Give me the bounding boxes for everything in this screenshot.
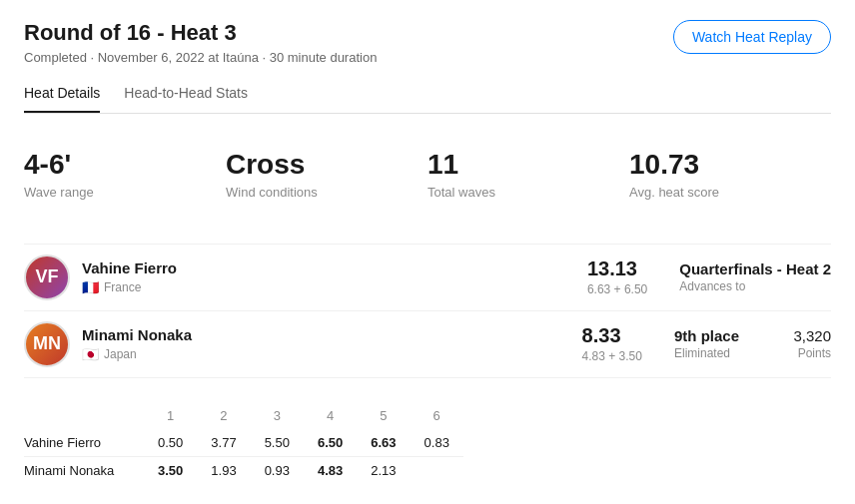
- surfer-name-vahine: Vahine Fierro: [82, 259, 587, 276]
- surfer-score-section-minami: 8.33 4.83 + 3.50 9th place Eliminated 3,…: [582, 324, 831, 363]
- surfers-section: VF Vahine Fierro 🇫🇷 France 13.13 6.63 + …: [24, 244, 831, 378]
- surfer-score-section-vahine: 13.13 6.63 + 6.50 Quarterfinals - Heat 2…: [587, 257, 831, 296]
- table-cell-1-0: 3.50: [144, 456, 197, 484]
- total-score-minami: 8.33: [582, 324, 642, 347]
- stat-avg-heat-score: 10.73 Avg. heat score: [629, 150, 831, 200]
- table-cell-1-1: 1.93: [197, 456, 250, 484]
- table-cell-1-3: 4.83: [304, 456, 357, 484]
- table-cell-0-1: 3.77: [197, 429, 250, 457]
- flag-japan: 🇯🇵: [82, 346, 99, 362]
- surfer-info-minami: Minami Nonaka 🇯🇵 Japan: [82, 326, 582, 362]
- stats-row: 4-6' Wave range Cross Wind conditions 11…: [24, 134, 831, 216]
- result-label-vahine: Quarterfinals - Heat 2: [679, 260, 831, 277]
- surfer-name-minami: Minami Nonaka: [82, 326, 582, 343]
- score-block-minami: 8.33 4.83 + 3.50: [582, 324, 642, 363]
- table-row-0-label: Vahine Fierro: [24, 429, 144, 457]
- points-label-minami: Points: [771, 346, 831, 360]
- stat-total-waves: 11 Total waves: [428, 150, 629, 200]
- wave-scores-minami: 4.83 + 3.50: [582, 349, 642, 363]
- table-cell-0-5: 0.83: [411, 429, 463, 457]
- col-header-5: 5: [357, 402, 410, 429]
- wave-table: 1 2 3 4 5 6 Vahine Fierro0.503.775.506.5…: [24, 402, 831, 484]
- avatar-minami: MN: [24, 321, 70, 367]
- stat-avg-heat-score-value: 10.73: [629, 150, 811, 181]
- avatar-vahine: VF: [24, 254, 70, 300]
- col-header-2: 2: [197, 402, 250, 429]
- table-cell-0-3: 6.50: [304, 429, 357, 457]
- stat-wind-label: Wind conditions: [226, 185, 408, 200]
- watch-replay-button[interactable]: Watch Heat Replay: [673, 20, 831, 54]
- table-row-1-label: Minami Nonaka: [24, 456, 144, 484]
- surfer-info-vahine: Vahine Fierro 🇫🇷 France: [82, 259, 587, 295]
- tab-head-to-head[interactable]: Head-to-Head Stats: [124, 85, 248, 113]
- col-header-3: 3: [251, 402, 304, 429]
- wave-scores-table: 1 2 3 4 5 6 Vahine Fierro0.503.775.506.5…: [24, 402, 463, 484]
- table-cell-0-0: 0.50: [144, 429, 197, 457]
- table-cell-1-4: 2.13: [357, 456, 410, 484]
- table-header-row: 1 2 3 4 5 6: [24, 402, 463, 429]
- stat-wind-value: Cross: [226, 150, 408, 181]
- result-sub-vahine: Advances to: [679, 279, 831, 293]
- points-value-minami: 3,320: [771, 327, 831, 344]
- result-block-vahine: Quarterfinals - Heat 2 Advances to: [679, 260, 831, 293]
- surfer-row-minami: MN Minami Nonaka 🇯🇵 Japan 8.33 4.83 + 3.…: [24, 311, 831, 378]
- col-header-6: 6: [411, 402, 463, 429]
- col-header-4: 4: [304, 402, 357, 429]
- table-cell-0-4: 6.63: [357, 429, 410, 457]
- page-title: Round of 16 - Heat 3: [24, 20, 377, 46]
- wave-scores-vahine: 6.63 + 6.50: [587, 282, 647, 296]
- stat-total-waves-label: Total waves: [428, 185, 609, 200]
- surfer-row-vahine: VF Vahine Fierro 🇫🇷 France 13.13 6.63 + …: [24, 244, 831, 311]
- total-score-vahine: 13.13: [587, 257, 647, 280]
- header-left: Round of 16 - Heat 3 Completed · Novembe…: [24, 20, 377, 65]
- col-header-1: 1: [144, 402, 197, 429]
- page-subtitle: Completed · November 6, 2022 at Itaúna ·…: [24, 50, 377, 65]
- table-cell-0-2: 5.50: [251, 429, 304, 457]
- stat-wave-range-value: 4-6': [24, 150, 206, 181]
- country-name-minami: Japan: [104, 347, 137, 361]
- table-cell-1-2: 0.93: [251, 456, 304, 484]
- tab-heat-details[interactable]: Heat Details: [24, 85, 100, 113]
- country-name-vahine: France: [104, 280, 141, 294]
- stat-avg-heat-score-label: Avg. heat score: [629, 185, 811, 200]
- stat-wind-conditions: Cross Wind conditions: [226, 150, 428, 200]
- score-block-vahine: 13.13 6.63 + 6.50: [587, 257, 647, 296]
- table-row: Minami Nonaka3.501.930.934.832.13: [24, 456, 463, 484]
- result-sub-minami: Eliminated: [674, 346, 739, 360]
- result-block-minami: 9th place Eliminated: [674, 327, 739, 360]
- table-cell-1-5: [411, 456, 463, 484]
- stat-total-waves-value: 11: [428, 150, 609, 181]
- stat-wave-range: 4-6' Wave range: [24, 150, 226, 200]
- tabs-container: Heat Details Head-to-Head Stats: [24, 85, 831, 114]
- result-label-minami: 9th place: [674, 327, 739, 344]
- surfer-country-minami: 🇯🇵 Japan: [82, 346, 582, 362]
- table-row: Vahine Fierro0.503.775.506.506.630.83: [24, 429, 463, 457]
- stat-wave-range-label: Wave range: [24, 185, 206, 200]
- flag-france: 🇫🇷: [82, 279, 99, 295]
- col-header-surfer: [24, 402, 144, 429]
- surfer-country-vahine: 🇫🇷 France: [82, 279, 587, 295]
- page-header: Round of 16 - Heat 3 Completed · Novembe…: [24, 20, 831, 65]
- points-block-minami: 3,320 Points: [771, 327, 831, 360]
